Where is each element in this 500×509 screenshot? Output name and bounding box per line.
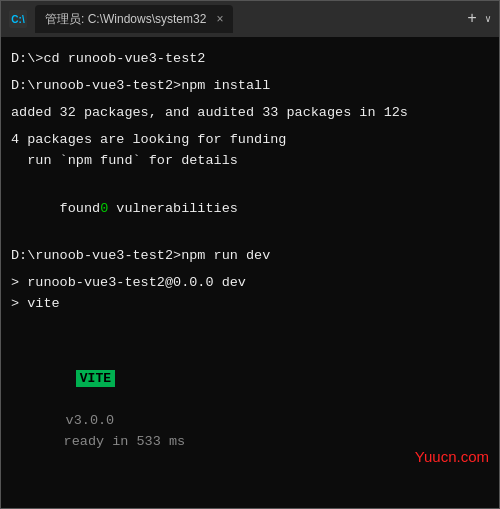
terminal-window: C:\ 管理员: C:\Windows\system32 × + ∨ D:\>c… [0,0,500,509]
terminal-tab[interactable]: 管理员: C:\Windows\system32 × [35,5,233,33]
vite-ready: ready in 533 ms [64,434,186,449]
close-icon[interactable]: × [216,12,223,26]
arrow-right-icon-1: → [60,503,68,508]
add-tab-button[interactable]: + [467,10,477,28]
output-line-4: > runoob-vue3-test2@0.0.0 dev [11,273,489,294]
found-line: found0 vulnerabilities [11,178,489,241]
vulnerabilities-text: vulnerabilities [108,201,238,216]
cmd-line-1: D:\>cd runoob-vue3-test2 [11,49,489,70]
titlebar-buttons: + ∨ [467,10,491,28]
vite-version: v3.0.0 [66,413,115,428]
output-line-3: run `npm fund` for details [11,151,489,172]
titlebar: C:\ 管理员: C:\Windows\system32 × + ∨ [1,1,499,37]
terminal-body[interactable]: D:\>cd runoob-vue3-test2 D:\runoob-vue3-… [1,37,499,508]
output-line-5: > vite [11,294,489,315]
output-line-2: 4 packages are looking for funding [11,130,489,151]
tab-label: 管理员: C:\Windows\system32 [45,11,206,28]
vite-badge: VITE [76,370,115,387]
found-text: found [60,201,101,216]
vite-line: VITE v3.0.0 ready in 533 ms [11,327,489,473]
dropdown-button[interactable]: ∨ [485,13,491,25]
tab-area: C:\ 管理员: C:\Windows\system32 × [9,5,461,33]
cmd-line-2: D:\runoob-vue3-test2>npm install [11,76,489,97]
tab-icon: C:\ [9,10,27,28]
local-line: → Local: http://127.0.0.1:5173/ [11,480,489,508]
output-line-1: added 32 packages, and audited 33 packag… [11,103,489,124]
cmd-line-3: D:\runoob-vue3-test2>npm run dev [11,246,489,267]
cmd-icon: C:\ [11,14,24,25]
